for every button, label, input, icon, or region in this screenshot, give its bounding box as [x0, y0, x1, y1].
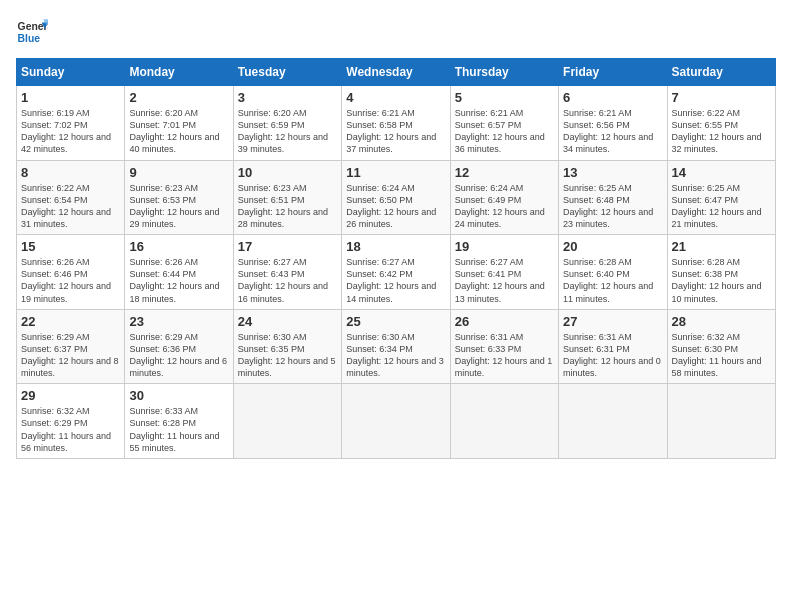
calendar-week-row: 1 Sunrise: 6:19 AMSunset: 7:02 PMDayligh… — [17, 86, 776, 161]
calendar-cell: 30 Sunrise: 6:33 AMSunset: 6:28 PMDaylig… — [125, 384, 233, 459]
day-info: Sunrise: 6:20 AMSunset: 6:59 PMDaylight:… — [238, 108, 328, 154]
day-number: 6 — [563, 90, 662, 105]
day-number: 28 — [672, 314, 771, 329]
weekday-header: Tuesday — [233, 59, 341, 86]
calendar-cell: 20 Sunrise: 6:28 AMSunset: 6:40 PMDaylig… — [559, 235, 667, 310]
calendar-cell: 9 Sunrise: 6:23 AMSunset: 6:53 PMDayligh… — [125, 160, 233, 235]
calendar-cell: 24 Sunrise: 6:30 AMSunset: 6:35 PMDaylig… — [233, 309, 341, 384]
calendar-cell: 23 Sunrise: 6:29 AMSunset: 6:36 PMDaylig… — [125, 309, 233, 384]
day-number: 26 — [455, 314, 554, 329]
calendar-cell: 29 Sunrise: 6:32 AMSunset: 6:29 PMDaylig… — [17, 384, 125, 459]
day-info: Sunrise: 6:32 AMSunset: 6:30 PMDaylight:… — [672, 332, 762, 378]
day-info: Sunrise: 6:25 AMSunset: 6:48 PMDaylight:… — [563, 183, 653, 229]
day-number: 5 — [455, 90, 554, 105]
calendar-week-row: 22 Sunrise: 6:29 AMSunset: 6:37 PMDaylig… — [17, 309, 776, 384]
day-number: 15 — [21, 239, 120, 254]
calendar-cell — [342, 384, 450, 459]
day-number: 3 — [238, 90, 337, 105]
day-number: 10 — [238, 165, 337, 180]
calendar-cell: 25 Sunrise: 6:30 AMSunset: 6:34 PMDaylig… — [342, 309, 450, 384]
calendar-cell: 3 Sunrise: 6:20 AMSunset: 6:59 PMDayligh… — [233, 86, 341, 161]
calendar-cell: 15 Sunrise: 6:26 AMSunset: 6:46 PMDaylig… — [17, 235, 125, 310]
calendar-cell: 8 Sunrise: 6:22 AMSunset: 6:54 PMDayligh… — [17, 160, 125, 235]
day-number: 16 — [129, 239, 228, 254]
day-info: Sunrise: 6:27 AMSunset: 6:42 PMDaylight:… — [346, 257, 436, 303]
day-info: Sunrise: 6:31 AMSunset: 6:33 PMDaylight:… — [455, 332, 553, 378]
day-number: 1 — [21, 90, 120, 105]
calendar-header-row: SundayMondayTuesdayWednesdayThursdayFrid… — [17, 59, 776, 86]
calendar-week-row: 8 Sunrise: 6:22 AMSunset: 6:54 PMDayligh… — [17, 160, 776, 235]
calendar-cell: 17 Sunrise: 6:27 AMSunset: 6:43 PMDaylig… — [233, 235, 341, 310]
calendar-cell: 27 Sunrise: 6:31 AMSunset: 6:31 PMDaylig… — [559, 309, 667, 384]
weekday-header: Saturday — [667, 59, 775, 86]
day-number: 30 — [129, 388, 228, 403]
calendar-cell: 26 Sunrise: 6:31 AMSunset: 6:33 PMDaylig… — [450, 309, 558, 384]
day-info: Sunrise: 6:21 AMSunset: 6:58 PMDaylight:… — [346, 108, 436, 154]
calendar-cell: 11 Sunrise: 6:24 AMSunset: 6:50 PMDaylig… — [342, 160, 450, 235]
day-number: 13 — [563, 165, 662, 180]
calendar-cell: 2 Sunrise: 6:20 AMSunset: 7:01 PMDayligh… — [125, 86, 233, 161]
day-number: 24 — [238, 314, 337, 329]
calendar-cell: 22 Sunrise: 6:29 AMSunset: 6:37 PMDaylig… — [17, 309, 125, 384]
calendar-body: 1 Sunrise: 6:19 AMSunset: 7:02 PMDayligh… — [17, 86, 776, 459]
day-info: Sunrise: 6:27 AMSunset: 6:43 PMDaylight:… — [238, 257, 328, 303]
day-number: 4 — [346, 90, 445, 105]
calendar-cell: 1 Sunrise: 6:19 AMSunset: 7:02 PMDayligh… — [17, 86, 125, 161]
day-info: Sunrise: 6:28 AMSunset: 6:38 PMDaylight:… — [672, 257, 762, 303]
day-info: Sunrise: 6:32 AMSunset: 6:29 PMDaylight:… — [21, 406, 111, 452]
day-number: 2 — [129, 90, 228, 105]
day-info: Sunrise: 6:26 AMSunset: 6:44 PMDaylight:… — [129, 257, 219, 303]
day-number: 12 — [455, 165, 554, 180]
calendar-table: SundayMondayTuesdayWednesdayThursdayFrid… — [16, 58, 776, 459]
calendar-cell: 4 Sunrise: 6:21 AMSunset: 6:58 PMDayligh… — [342, 86, 450, 161]
calendar-cell: 14 Sunrise: 6:25 AMSunset: 6:47 PMDaylig… — [667, 160, 775, 235]
weekday-header: Monday — [125, 59, 233, 86]
day-info: Sunrise: 6:33 AMSunset: 6:28 PMDaylight:… — [129, 406, 219, 452]
calendar-cell — [450, 384, 558, 459]
day-number: 25 — [346, 314, 445, 329]
day-number: 14 — [672, 165, 771, 180]
day-number: 27 — [563, 314, 662, 329]
day-number: 11 — [346, 165, 445, 180]
page-container: General Blue SundayMondayTuesdayWednesda… — [0, 0, 792, 467]
calendar-cell: 5 Sunrise: 6:21 AMSunset: 6:57 PMDayligh… — [450, 86, 558, 161]
day-number: 20 — [563, 239, 662, 254]
weekday-header: Friday — [559, 59, 667, 86]
calendar-cell: 13 Sunrise: 6:25 AMSunset: 6:48 PMDaylig… — [559, 160, 667, 235]
day-number: 22 — [21, 314, 120, 329]
day-number: 18 — [346, 239, 445, 254]
calendar-cell: 7 Sunrise: 6:22 AMSunset: 6:55 PMDayligh… — [667, 86, 775, 161]
calendar-cell — [667, 384, 775, 459]
day-number: 7 — [672, 90, 771, 105]
day-number: 23 — [129, 314, 228, 329]
calendar-cell: 12 Sunrise: 6:24 AMSunset: 6:49 PMDaylig… — [450, 160, 558, 235]
day-info: Sunrise: 6:30 AMSunset: 6:35 PMDaylight:… — [238, 332, 336, 378]
day-info: Sunrise: 6:22 AMSunset: 6:54 PMDaylight:… — [21, 183, 111, 229]
day-info: Sunrise: 6:23 AMSunset: 6:53 PMDaylight:… — [129, 183, 219, 229]
calendar-cell: 6 Sunrise: 6:21 AMSunset: 6:56 PMDayligh… — [559, 86, 667, 161]
day-info: Sunrise: 6:27 AMSunset: 6:41 PMDaylight:… — [455, 257, 545, 303]
day-number: 9 — [129, 165, 228, 180]
calendar-cell: 21 Sunrise: 6:28 AMSunset: 6:38 PMDaylig… — [667, 235, 775, 310]
day-info: Sunrise: 6:24 AMSunset: 6:50 PMDaylight:… — [346, 183, 436, 229]
calendar-cell: 18 Sunrise: 6:27 AMSunset: 6:42 PMDaylig… — [342, 235, 450, 310]
day-info: Sunrise: 6:21 AMSunset: 6:56 PMDaylight:… — [563, 108, 653, 154]
calendar-cell: 10 Sunrise: 6:23 AMSunset: 6:51 PMDaylig… — [233, 160, 341, 235]
weekday-header: Thursday — [450, 59, 558, 86]
calendar-cell: 19 Sunrise: 6:27 AMSunset: 6:41 PMDaylig… — [450, 235, 558, 310]
day-number: 8 — [21, 165, 120, 180]
day-info: Sunrise: 6:30 AMSunset: 6:34 PMDaylight:… — [346, 332, 444, 378]
calendar-cell: 16 Sunrise: 6:26 AMSunset: 6:44 PMDaylig… — [125, 235, 233, 310]
logo-icon: General Blue — [16, 16, 48, 48]
calendar-week-row: 29 Sunrise: 6:32 AMSunset: 6:29 PMDaylig… — [17, 384, 776, 459]
svg-text:Blue: Blue — [18, 33, 41, 44]
weekday-header: Sunday — [17, 59, 125, 86]
day-info: Sunrise: 6:20 AMSunset: 7:01 PMDaylight:… — [129, 108, 219, 154]
weekday-header: Wednesday — [342, 59, 450, 86]
day-info: Sunrise: 6:24 AMSunset: 6:49 PMDaylight:… — [455, 183, 545, 229]
calendar-week-row: 15 Sunrise: 6:26 AMSunset: 6:46 PMDaylig… — [17, 235, 776, 310]
header: General Blue — [16, 16, 776, 48]
day-info: Sunrise: 6:22 AMSunset: 6:55 PMDaylight:… — [672, 108, 762, 154]
day-info: Sunrise: 6:31 AMSunset: 6:31 PMDaylight:… — [563, 332, 661, 378]
day-number: 19 — [455, 239, 554, 254]
